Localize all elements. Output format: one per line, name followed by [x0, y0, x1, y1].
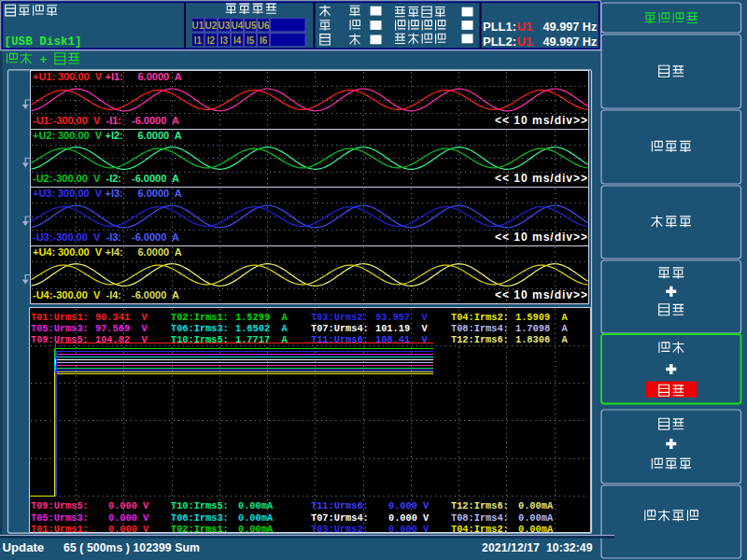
svg-text:U3: U3 — [218, 21, 231, 31]
svg-text:<< 10 ms/div>>: << 10 ms/div>> — [495, 172, 588, 185]
svg-text:6.0000 A: 6.0000 A — [138, 130, 182, 141]
svg-text:101.19 V: 101.19 V — [375, 323, 428, 334]
svg-text:0.000 V: 0.000 V — [388, 524, 430, 535]
svg-text:0.00mA: 0.00mA — [518, 524, 554, 535]
svg-text:300.00 V: 300.00 V — [58, 188, 103, 199]
svg-text:1.8306 A: 1.8306 A — [515, 334, 568, 345]
svg-text:-U1:: -U1: — [33, 115, 52, 126]
svg-text:T07:Urms4:: T07:Urms4: — [311, 512, 369, 524]
svg-text:1.5909 A: 1.5909 A — [515, 312, 568, 323]
svg-text:T11:Urms6:: T11:Urms6: — [311, 500, 369, 511]
svg-text:+I1:: +I1: — [106, 71, 123, 82]
svg-text:U1: U1 — [517, 20, 533, 34]
svg-text:6.0000 A: 6.0000 A — [138, 71, 182, 82]
svg-text:T03:Urms2:: T03:Urms2: — [311, 524, 369, 535]
svg-text:I1: I1 — [194, 35, 203, 46]
svg-text:T03:Urms2:: T03:Urms2: — [311, 312, 369, 323]
svg-text:T05:Urms3:: T05:Urms3: — [31, 323, 89, 334]
svg-text:+U1:: +U1: — [33, 71, 55, 82]
svg-text:PLL2:: PLL2: — [483, 35, 516, 49]
svg-text:300.00 V: 300.00 V — [58, 246, 103, 258]
svg-text:-300.00 V: -300.00 V — [53, 173, 101, 184]
svg-text:1.7098 A: 1.7098 A — [515, 323, 568, 334]
svg-text:-6.0000 A: -6.0000 A — [132, 289, 179, 301]
svg-text:I5: I5 — [247, 35, 255, 46]
svg-text:+I3:: +I3: — [106, 188, 123, 199]
svg-text:T01:Urms1:: T01:Urms1: — [31, 312, 89, 323]
svg-text:1.7717 A: 1.7717 A — [235, 334, 288, 345]
svg-text:T04:Irms2:: T04:Irms2: — [451, 524, 509, 535]
svg-text:+I4:: +I4: — [106, 246, 123, 258]
svg-text:108.41 V: 108.41 V — [375, 334, 428, 345]
svg-text:6.0000 A: 6.0000 A — [138, 246, 182, 258]
svg-text:I2: I2 — [207, 35, 216, 46]
svg-text:104.82 V: 104.82 V — [95, 334, 148, 345]
svg-text:<< 10 ms/div>>: << 10 ms/div>> — [495, 231, 588, 244]
svg-text:+: + — [40, 52, 48, 66]
svg-text:-I1:: -I1: — [106, 115, 122, 126]
svg-text:49.997 Hz: 49.997 Hz — [543, 35, 598, 49]
svg-text:-300.00 V: -300.00 V — [53, 231, 101, 243]
svg-text:T09:Urms5:: T09:Urms5: — [31, 334, 89, 345]
svg-text:T07:Urms4:: T07:Urms4: — [311, 323, 369, 334]
svg-text:49.997 Hz: 49.997 Hz — [543, 21, 598, 34]
svg-text:0.000 V: 0.000 V — [108, 512, 149, 524]
svg-text:T08:Irms4:: T08:Irms4: — [451, 512, 509, 524]
svg-text:PLL1:: PLL1: — [483, 20, 516, 34]
svg-text:I6: I6 — [260, 35, 268, 46]
svg-text:T10:Irms5:: T10:Irms5: — [171, 334, 229, 345]
svg-text:0.000 V: 0.000 V — [108, 524, 149, 535]
svg-text:-U4:: -U4: — [33, 289, 52, 301]
svg-text:T01:Urms1:: T01:Urms1: — [31, 524, 89, 535]
svg-text:U2: U2 — [205, 21, 218, 31]
svg-text:U1: U1 — [517, 35, 533, 49]
svg-text:0.000 V: 0.000 V — [388, 512, 430, 524]
svg-text:97.569 V: 97.569 V — [95, 323, 148, 334]
svg-text:-300.00 V: -300.00 V — [53, 289, 101, 301]
svg-text:+I2:: +I2: — [106, 130, 123, 141]
svg-text:T12:Irms6:: T12:Irms6: — [451, 334, 509, 345]
svg-text:T02:Irms1:: T02:Irms1: — [171, 312, 229, 323]
svg-text:+U3:: +U3: — [33, 188, 55, 199]
svg-text:-6.0000 A: -6.0000 A — [132, 173, 179, 184]
svg-text:T04:Irms2:: T04:Irms2: — [451, 312, 509, 323]
svg-text:<< 10 ms/div>>: << 10 ms/div>> — [495, 114, 588, 127]
svg-text:300.00 V: 300.00 V — [58, 71, 103, 82]
svg-text:U4: U4 — [232, 21, 244, 31]
svg-text:-I3:: -I3: — [106, 231, 122, 243]
svg-text:-6.0000 A: -6.0000 A — [132, 231, 179, 243]
svg-text:T11:Urms6:: T11:Urms6: — [311, 334, 369, 345]
svg-text:T06:Irms3:: T06:Irms3: — [171, 512, 229, 524]
svg-text:0.00mA: 0.00mA — [238, 524, 274, 535]
svg-text:2021/12/17 10:32:49: 2021/12/17 10:32:49 — [482, 541, 593, 554]
svg-text:1.6502 A: 1.6502 A — [235, 323, 288, 334]
svg-text:0.00mA: 0.00mA — [238, 512, 274, 524]
svg-text:-U3:: -U3: — [33, 231, 52, 243]
svg-text:0.00mA: 0.00mA — [518, 500, 554, 511]
svg-text:6.0000 A: 6.0000 A — [138, 188, 182, 199]
svg-text:[USB Disk1]: [USB Disk1] — [5, 35, 82, 49]
svg-text:-300.00 V: -300.00 V — [53, 115, 101, 126]
svg-text:Update: Update — [3, 540, 45, 554]
svg-text:0.00mA: 0.00mA — [238, 500, 274, 511]
svg-text:T05:Urms3:: T05:Urms3: — [31, 512, 89, 524]
svg-text:1.5299 A: 1.5299 A — [235, 312, 288, 323]
svg-text:300.00 V: 300.00 V — [58, 130, 103, 141]
svg-text:93.957 V: 93.957 V — [375, 312, 428, 323]
svg-text:90.341 V: 90.341 V — [95, 312, 148, 323]
svg-text:0.000 V: 0.000 V — [108, 500, 149, 511]
svg-text:65 ( 500ms ) 102399 Sum: 65 ( 500ms ) 102399 Sum — [63, 541, 200, 554]
svg-text:U6: U6 — [258, 21, 270, 31]
svg-text:<< 10 ms/div>>: << 10 ms/div>> — [495, 288, 588, 301]
svg-text:I4: I4 — [233, 35, 242, 46]
svg-text:I3: I3 — [220, 35, 229, 46]
svg-text:-U2:: -U2: — [33, 173, 52, 184]
svg-text:+U4:: +U4: — [33, 246, 55, 258]
svg-text:0.00mA: 0.00mA — [518, 512, 554, 524]
svg-text:T02:Irms1:: T02:Irms1: — [171, 524, 229, 535]
svg-text:U5: U5 — [245, 21, 257, 31]
svg-text:0.000 V: 0.000 V — [388, 500, 430, 511]
svg-text:+U2:: +U2: — [33, 130, 55, 141]
svg-text:-I4:: -I4: — [106, 289, 122, 301]
svg-text:T08:Irms4:: T08:Irms4: — [451, 323, 509, 334]
